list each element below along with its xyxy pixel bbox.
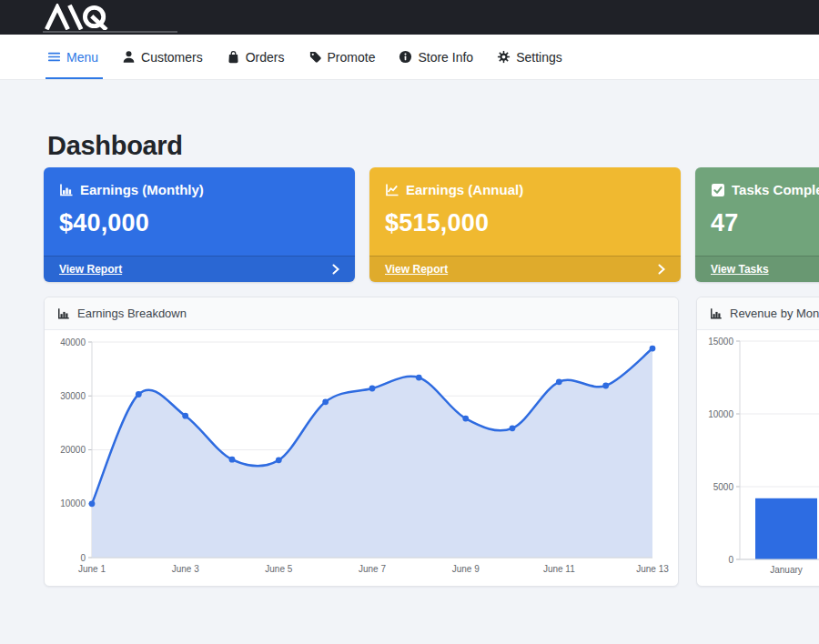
menu-icon [47, 50, 61, 64]
view-report-link[interactable]: View Report [44, 256, 355, 282]
svg-text:30000: 30000 [60, 391, 86, 401]
chart-title: Earnings Breakdown [77, 307, 187, 320]
svg-text:0: 0 [728, 555, 733, 565]
bar-chart-icon [710, 307, 723, 320]
bar-chart-icon [59, 183, 74, 197]
svg-text:June 9: June 9 [452, 564, 480, 574]
bag-icon [227, 50, 240, 64]
svg-text:June 5: June 5 [265, 564, 292, 574]
svg-text:0: 0 [80, 553, 86, 563]
stat-card-title: Earnings (Annual) [406, 182, 523, 197]
revenue-by-month-card: Revenue by Month 050001000015000January [696, 297, 819, 587]
stat-card-title: Earnings (Monthly) [80, 182, 204, 197]
brand-underline [43, 31, 177, 33]
revenue-by-month-header: Revenue by Month [697, 297, 819, 330]
stat-card-title: Tasks Completed [732, 182, 819, 197]
brand-logo[interactable] [42, 4, 124, 30]
stat-card-tasks-completed: Tasks Completed 47 View Tasks [695, 167, 819, 282]
svg-text:10000: 10000 [60, 498, 86, 508]
nav-item-promote[interactable]: Promote [308, 35, 376, 79]
svg-text:15000: 15000 [708, 337, 733, 347]
svg-text:10000: 10000 [708, 409, 733, 419]
nav-item-label: Settings [516, 50, 562, 65]
nav-item-settings[interactable]: Settings [497, 35, 562, 79]
view-tasks-link[interactable]: View Tasks [695, 256, 819, 282]
nav-item-label: Store Info [418, 50, 473, 65]
stat-card-value: 47 [711, 209, 819, 237]
page-title: Dashboard [47, 131, 183, 161]
info-icon [399, 50, 412, 64]
svg-text:June 3: June 3 [172, 564, 199, 574]
chevron-right-icon [658, 264, 665, 275]
chart-title: Revenue by Month [730, 307, 819, 320]
stat-card-value: $40,000 [59, 209, 339, 237]
stat-card-earnings-monthly: Earnings (Monthly) $40,000 View Report [44, 167, 355, 282]
earnings-breakdown-chart: 010000200003000040000June 1June 3June 5J… [45, 330, 680, 587]
earnings-breakdown-header: Earnings Breakdown [45, 297, 678, 330]
chevron-right-icon [332, 264, 339, 275]
main-nav: Menu Customers Orders Promote Store Info [0, 35, 819, 80]
check-square-icon [711, 183, 725, 197]
tag-icon [308, 50, 322, 64]
revenue-by-month-chart: 050001000015000January [697, 330, 819, 587]
line-chart-icon [385, 183, 399, 197]
nav-item-store-info[interactable]: Store Info [399, 35, 473, 79]
topbar [0, 0, 819, 35]
svg-text:40000: 40000 [60, 337, 86, 347]
svg-text:June 13: June 13 [636, 564, 669, 574]
stat-card-value: $515,000 [385, 209, 665, 237]
stat-card-earnings-annual: Earnings (Annual) $515,000 View Report [369, 167, 681, 282]
nav-item-label: Customers [141, 50, 203, 65]
nav-item-label: Promote [328, 50, 376, 65]
bar-chart-icon [57, 307, 70, 320]
earnings-breakdown-card: Earnings Breakdown 010000200003000040000… [44, 297, 679, 587]
gear-icon [497, 50, 511, 64]
nav-item-customers[interactable]: Customers [122, 35, 203, 79]
svg-text:June 11: June 11 [543, 564, 575, 574]
svg-text:June 1: June 1 [78, 564, 106, 574]
svg-text:5000: 5000 [713, 482, 734, 492]
svg-text:January: January [770, 565, 803, 575]
svg-text:20000: 20000 [60, 445, 86, 455]
svg-text:June 7: June 7 [359, 564, 386, 574]
user-icon [122, 50, 136, 64]
nav-item-label: Menu [66, 50, 98, 65]
view-report-link[interactable]: View Report [369, 256, 681, 282]
nav-item-orders[interactable]: Orders [227, 35, 285, 79]
nav-item-menu[interactable]: Menu [47, 35, 98, 79]
nav-item-label: Orders [246, 50, 285, 65]
